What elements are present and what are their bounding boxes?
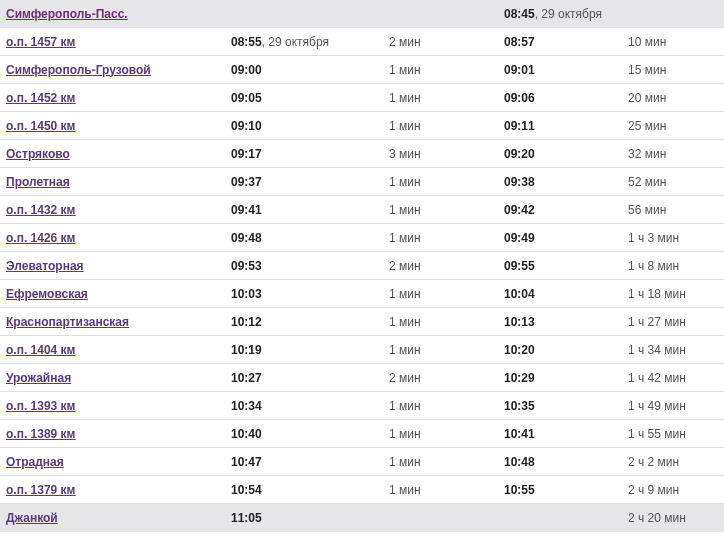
arrival-time: 10:47 bbox=[231, 455, 262, 469]
stop-duration: 1 мин bbox=[389, 287, 504, 301]
depart-time: 09:11 bbox=[504, 119, 535, 133]
depart-time: 09:49 bbox=[504, 231, 535, 245]
depart-cell: 10:55 bbox=[504, 483, 628, 497]
arrival-time: 09:41 bbox=[231, 203, 262, 217]
stop-duration: 1 мин bbox=[389, 91, 504, 105]
stop-duration: 1 мин bbox=[389, 343, 504, 357]
station-link[interactable]: о.п. 1389 км bbox=[6, 427, 76, 441]
table-row: Урожайная10:272 мин10:291 ч 42 мин bbox=[0, 364, 724, 392]
schedule-table: Симферополь-Пасс. 08:45, 29 октября о.п.… bbox=[0, 0, 724, 532]
depart-cell: 09:20 bbox=[504, 147, 628, 161]
table-row: о.п. 1404 км10:191 мин10:201 ч 34 мин bbox=[0, 336, 724, 364]
origin-depart-cell: 08:45, 29 октября bbox=[504, 7, 628, 21]
stop-duration: 2 мин bbox=[389, 35, 504, 49]
table-row: о.п. 1426 км09:481 мин09:491 ч 3 мин bbox=[0, 224, 724, 252]
station-link[interactable]: Отрадная bbox=[6, 455, 64, 469]
station-link[interactable]: Элеваторная bbox=[6, 259, 84, 273]
arrival-cell: 10:03 bbox=[231, 287, 389, 301]
depart-time: 10:41 bbox=[504, 427, 535, 441]
table-row: о.п. 1379 км10:541 мин10:552 ч 9 мин bbox=[0, 476, 724, 504]
total-duration: 1 ч 3 мин bbox=[628, 231, 718, 245]
arrival-time: 10:34 bbox=[231, 399, 262, 413]
depart-cell: 10:29 bbox=[504, 371, 628, 385]
station-link[interactable]: о.п. 1393 км bbox=[6, 399, 76, 413]
arrival-time: 09:00 bbox=[231, 63, 262, 77]
stop-duration: 1 мин bbox=[389, 399, 504, 413]
station-link[interactable]: о.п. 1432 км bbox=[6, 203, 76, 217]
table-row: о.п. 1450 км09:101 мин09:1125 мин bbox=[0, 112, 724, 140]
station-link[interactable]: Пролетная bbox=[6, 175, 70, 189]
total-duration: 1 ч 55 мин bbox=[628, 427, 718, 441]
arrival-time: 09:48 bbox=[231, 231, 262, 245]
arrival-time: 10:54 bbox=[231, 483, 262, 497]
arrival-cell: 09:10 bbox=[231, 119, 389, 133]
station-link[interactable]: о.п. 1404 км bbox=[6, 343, 76, 357]
station-link[interactable]: о.п. 1426 км bbox=[6, 231, 76, 245]
depart-cell: 08:57 bbox=[504, 35, 628, 49]
total-duration: 10 мин bbox=[628, 35, 718, 49]
station-link[interactable]: Краснопартизанская bbox=[6, 315, 129, 329]
arrival-cell: 09:37 bbox=[231, 175, 389, 189]
origin-station-link[interactable]: Симферополь-Пасс. bbox=[6, 7, 128, 21]
arrival-cell: 09:17 bbox=[231, 147, 389, 161]
stop-duration: 1 мин bbox=[389, 483, 504, 497]
total-duration: 1 ч 27 мин bbox=[628, 315, 718, 329]
arrival-cell: 09:48 bbox=[231, 231, 389, 245]
station-link[interactable]: Остряково bbox=[6, 147, 70, 161]
depart-cell: 09:42 bbox=[504, 203, 628, 217]
arrival-time: 08:55 bbox=[231, 35, 262, 49]
depart-cell: 09:11 bbox=[504, 119, 628, 133]
depart-time: 10:04 bbox=[504, 287, 535, 301]
depart-cell: 10:04 bbox=[504, 287, 628, 301]
total-duration: 25 мин bbox=[628, 119, 718, 133]
arrival-time: 10:40 bbox=[231, 427, 262, 441]
origin-depart-time: 08:45 bbox=[504, 7, 535, 21]
total-duration: 2 ч 2 мин bbox=[628, 455, 718, 469]
station-link[interactable]: Ефремовская bbox=[6, 287, 88, 301]
depart-time: 09:55 bbox=[504, 259, 535, 273]
arrival-cell: 08:55, 29 октября bbox=[231, 35, 389, 49]
stop-duration: 1 мин bbox=[389, 455, 504, 469]
arrival-cell: 10:40 bbox=[231, 427, 389, 441]
table-row: о.п. 1432 км09:411 мин09:4256 мин bbox=[0, 196, 724, 224]
stop-duration: 2 мин bbox=[389, 259, 504, 273]
arrival-time: 10:03 bbox=[231, 287, 262, 301]
depart-cell: 09:49 bbox=[504, 231, 628, 245]
table-row: Пролетная09:371 мин09:3852 мин bbox=[0, 168, 724, 196]
destination-total-time: 2 ч 20 мин bbox=[628, 511, 686, 525]
station-link[interactable]: Урожайная bbox=[6, 371, 71, 385]
arrival-cell: 10:19 bbox=[231, 343, 389, 357]
depart-time: 09:42 bbox=[504, 203, 535, 217]
arrival-time: 09:53 bbox=[231, 259, 262, 273]
arrival-time: 09:37 bbox=[231, 175, 262, 189]
depart-time: 09:38 bbox=[504, 175, 535, 189]
station-link[interactable]: о.п. 1379 км bbox=[6, 483, 76, 497]
table-row: о.п. 1393 км10:341 мин10:351 ч 49 мин bbox=[0, 392, 724, 420]
depart-cell: 09:55 bbox=[504, 259, 628, 273]
depart-time: 10:48 bbox=[504, 455, 535, 469]
total-duration: 20 мин bbox=[628, 91, 718, 105]
destination-station-link[interactable]: Джанкой bbox=[6, 511, 58, 525]
station-link[interactable]: о.п. 1452 км bbox=[6, 91, 76, 105]
stop-duration: 3 мин bbox=[389, 147, 504, 161]
arrival-time: 09:17 bbox=[231, 147, 262, 161]
arrival-cell: 10:27 bbox=[231, 371, 389, 385]
stop-duration: 1 мин bbox=[389, 63, 504, 77]
depart-cell: 09:06 bbox=[504, 91, 628, 105]
arrival-cell: 09:53 bbox=[231, 259, 389, 273]
total-duration: 15 мин bbox=[628, 63, 718, 77]
station-link[interactable]: о.п. 1457 км bbox=[6, 35, 76, 49]
stop-duration: 1 мин bbox=[389, 119, 504, 133]
table-row: о.п. 1389 км10:401 мин10:411 ч 55 мин bbox=[0, 420, 724, 448]
stop-duration: 1 мин bbox=[389, 203, 504, 217]
arrival-date: , 29 октября bbox=[262, 35, 329, 49]
arrival-time: 09:10 bbox=[231, 119, 262, 133]
total-duration: 56 мин bbox=[628, 203, 718, 217]
table-row: Остряково09:173 мин09:2032 мин bbox=[0, 140, 724, 168]
depart-time: 09:06 bbox=[504, 91, 535, 105]
depart-cell: 09:01 bbox=[504, 63, 628, 77]
depart-time: 08:57 bbox=[504, 35, 535, 49]
depart-time: 10:35 bbox=[504, 399, 535, 413]
station-link[interactable]: Симферополь-Грузовой bbox=[6, 63, 151, 77]
station-link[interactable]: о.п. 1450 км bbox=[6, 119, 76, 133]
